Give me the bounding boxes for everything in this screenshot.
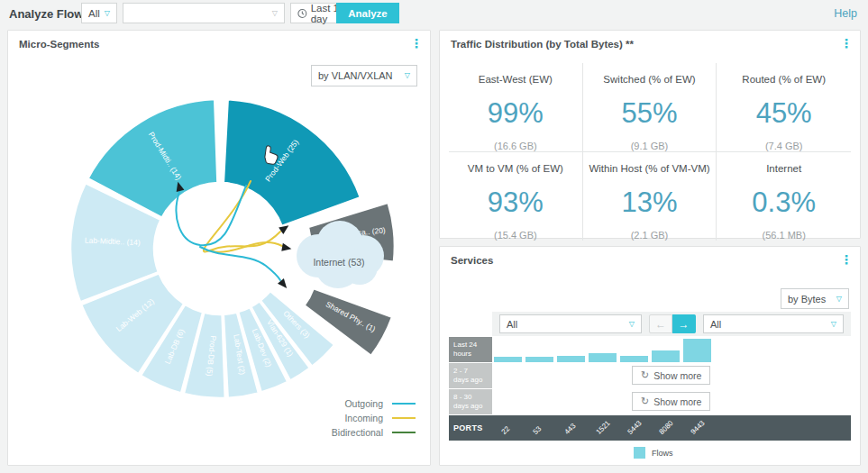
- stat-value: 13%: [583, 186, 717, 219]
- traffic-stat-cell: Routed (% of EW)45%(7.4 GB): [717, 63, 851, 152]
- flow-bar[interactable]: [589, 353, 617, 362]
- group-by-dropdown[interactable]: by VLAN/VXLAN ▽: [311, 65, 417, 86]
- analyze-button[interactable]: Analyze: [336, 3, 399, 23]
- stat-value: 55%: [583, 97, 717, 130]
- traffic-stats-grid: East-West (EW)99%(16.6 GB)Switched (% of…: [449, 63, 851, 229]
- stat-label: Routed (% of EW): [717, 74, 851, 85]
- chevron-down-icon: ▽: [405, 72, 410, 79]
- services-panel: Services ⋮ by Bytes ▽ All ▽ ← → All ▽ La…: [439, 246, 861, 466]
- traffic-stat-cell: Internet0.3%(56.1 MB): [717, 152, 851, 241]
- chevron-down-icon: ▽: [836, 296, 842, 303]
- flow-bar[interactable]: [525, 357, 553, 362]
- legend-swatch: [392, 417, 416, 419]
- metric-dropdown[interactable]: by Bytes ▽: [781, 288, 849, 309]
- direction-left-arrow-button[interactable]: ←: [649, 314, 672, 333]
- legend-item: Incoming: [332, 413, 416, 423]
- stat-subvalue: (15.4 GB): [449, 230, 582, 241]
- show-more-button[interactable]: ↻Show more: [632, 392, 710, 411]
- services-filter-toolbar: All ▽ ← → All ▽: [492, 312, 851, 336]
- flow-bar[interactable]: [652, 350, 680, 362]
- ports-row: PORTS22534431521544380809443: [449, 415, 851, 441]
- page-title: Analyze Flows: [9, 7, 90, 21]
- port-label: 8080: [658, 419, 675, 436]
- stat-subvalue: (16.6 GB): [449, 141, 582, 151]
- stat-label: Within Host (% of VM-VM): [583, 163, 717, 174]
- flow-bar[interactable]: [494, 357, 522, 362]
- stat-label: VM to VM (% of EW): [449, 163, 582, 174]
- legend-swatch: [392, 432, 416, 433]
- direction-right-arrow-button[interactable]: →: [672, 314, 696, 333]
- traffic-stat-cell: East-West (EW)99%(16.6 GB): [449, 63, 583, 152]
- flow-line-outgoing: [200, 247, 280, 280]
- legend-label: Bidirectional: [332, 427, 383, 438]
- stat-subvalue: (2.1 GB): [583, 230, 717, 241]
- chevron-down-icon: ▽: [272, 10, 278, 17]
- stat-value: 0.3%: [717, 186, 851, 219]
- stat-value: 99%: [449, 97, 582, 130]
- row-label: 2 - 7 days ago: [449, 363, 492, 388]
- show-more-button[interactable]: ↻Show more: [632, 366, 710, 385]
- traffic-stat-cell: Switched (% of EW)55%(9.1 GB): [583, 63, 717, 152]
- show-more-label: Show more: [653, 396, 701, 407]
- flow-direction-legend: OutgoingIncomingBidirectional: [332, 395, 416, 438]
- help-link[interactable]: Help: [834, 7, 857, 20]
- stat-label: Internet: [717, 163, 851, 174]
- chevron-down-icon: ▽: [105, 10, 110, 17]
- stat-label: Switched (% of EW): [583, 74, 717, 85]
- services-bar-chart: Last 24 hours2 - 7 days ago↻Show more8 -…: [449, 337, 851, 441]
- direction-toggle: ← →: [649, 314, 696, 333]
- row-label: 8 - 30 days ago: [449, 389, 492, 414]
- metric-dropdown-value: by Bytes: [788, 294, 826, 305]
- ports-row-title: PORTS: [449, 415, 492, 441]
- source-dropdown-value: All: [507, 319, 517, 330]
- stat-value: 45%: [717, 97, 851, 130]
- services-legend: Flows: [634, 447, 673, 459]
- legend-swatch: [392, 403, 416, 405]
- legend-label: Incoming: [344, 413, 383, 423]
- port-label: 9443: [690, 419, 707, 436]
- port-label: 22: [500, 424, 512, 436]
- top-bar: Analyze Flows All ▽ ▽ Last 1 day ▽ Analy…: [0, 0, 868, 27]
- panel-title: Traffic Distribution (by Total Bytes) **: [451, 39, 634, 50]
- port-label: 1521: [595, 419, 612, 436]
- flow-bar[interactable]: [620, 356, 648, 362]
- port-label: 5443: [626, 419, 644, 436]
- services-chart-row: 8 - 30 days ago↻Show more: [449, 389, 851, 414]
- donut-segment[interactable]: [224, 99, 361, 226]
- row-body: ↻Show more: [492, 363, 851, 388]
- refresh-icon: ↻: [641, 369, 649, 381]
- search-dropdown[interactable]: ▽: [123, 3, 285, 23]
- group-by-value: by VLAN/VXLAN: [318, 70, 393, 81]
- show-more-label: Show more: [653, 370, 701, 381]
- flow-arrowhead: [281, 243, 292, 253]
- stat-label: East-West (EW): [449, 74, 582, 85]
- destination-dropdown-value: All: [710, 319, 721, 330]
- flow-bar[interactable]: [557, 356, 585, 362]
- micro-segments-panel: Micro-Segments ⋮ Prod-Web (25)DC Physica…: [7, 30, 431, 466]
- panel-menu-icon[interactable]: ⋮: [840, 253, 853, 266]
- chevron-down-icon: ▽: [629, 321, 635, 328]
- services-chart-row: Last 24 hours: [449, 337, 851, 362]
- row-body: ↻Show more: [492, 389, 851, 414]
- scope-dropdown[interactable]: All ▽: [81, 3, 117, 23]
- row-body: [492, 337, 851, 362]
- stat-value: 93%: [449, 186, 582, 219]
- services-chart-row: 2 - 7 days ago↻Show more: [449, 363, 851, 388]
- clock-icon: [297, 8, 307, 19]
- source-dropdown[interactable]: All ▽: [499, 314, 642, 333]
- legend-item: Bidirectional: [332, 427, 416, 438]
- panel-menu-icon[interactable]: ⋮: [840, 37, 853, 50]
- destination-dropdown[interactable]: All ▽: [703, 314, 844, 333]
- stat-subvalue: (9.1 GB): [583, 141, 717, 151]
- stat-subvalue: (56.1 MB): [717, 230, 851, 241]
- legend-item: Outgoing: [332, 398, 416, 409]
- flow-bar[interactable]: [683, 339, 711, 362]
- flow-line-outgoing: [177, 186, 246, 245]
- traffic-stat-cell: VM to VM (% of EW)93%(15.4 GB): [449, 152, 583, 241]
- traffic-stat-cell: Within Host (% of VM-VM)13%(2.1 GB): [583, 152, 717, 241]
- traffic-distribution-panel: Traffic Distribution (by Total Bytes) **…: [439, 30, 861, 239]
- legend-label: Outgoing: [344, 398, 383, 409]
- scope-dropdown-value: All: [88, 8, 100, 19]
- flows-legend-label: Flows: [652, 449, 673, 458]
- flows-legend-swatch: [634, 447, 645, 459]
